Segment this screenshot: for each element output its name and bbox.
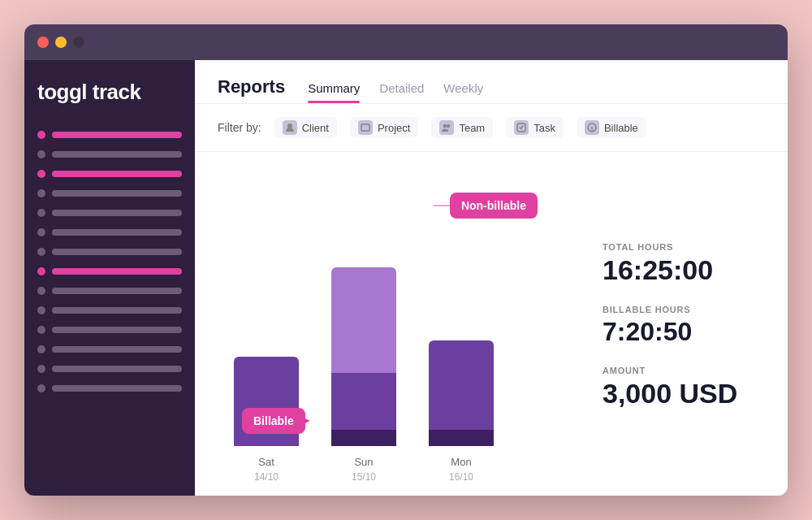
bar-billable-mon bbox=[429, 340, 494, 430]
stats-panel: TOTAL HOURS 16:25:00 BILLABLE HOURS 7:20… bbox=[603, 168, 765, 483]
tab-summary[interactable]: Summary bbox=[308, 81, 360, 103]
list-item[interactable] bbox=[37, 264, 182, 279]
svg-rect-1 bbox=[361, 124, 369, 131]
bar-billable-sun bbox=[331, 373, 396, 430]
list-item[interactable] bbox=[37, 225, 182, 240]
svg-point-2 bbox=[443, 124, 447, 128]
tooltip-nonbillable: Non-billable bbox=[450, 193, 538, 219]
list-item[interactable] bbox=[37, 381, 182, 396]
sidebar-dot bbox=[37, 306, 45, 314]
main-content: toggl track bbox=[24, 60, 788, 496]
list-item[interactable] bbox=[37, 128, 182, 142]
sidebar-dot bbox=[37, 209, 45, 217]
list-item[interactable] bbox=[37, 245, 182, 259]
sidebar-bar bbox=[52, 346, 182, 353]
list-item[interactable] bbox=[37, 362, 182, 376]
sidebar-nav bbox=[37, 128, 182, 396]
sidebar-bar bbox=[52, 249, 182, 255]
bar-date-sun: 15/10 bbox=[352, 471, 376, 483]
filter-bar: Filter by: Client bbox=[195, 104, 788, 152]
billable-hours-value: 7:20:50 bbox=[603, 318, 765, 346]
list-item[interactable] bbox=[37, 206, 182, 220]
project-icon bbox=[358, 120, 373, 135]
amount-value: 3,000 USD bbox=[603, 379, 765, 409]
svg-point-3 bbox=[447, 124, 450, 128]
sidebar-bar bbox=[52, 307, 182, 314]
billable-icon: $ bbox=[585, 120, 599, 135]
tab-weekly[interactable]: Weekly bbox=[443, 81, 483, 103]
bar-day-mon: Mon bbox=[451, 456, 471, 468]
chart-bars: Sat 14/10 Sun 15/10 bbox=[218, 168, 586, 483]
list-item[interactable] bbox=[37, 167, 182, 181]
tab-bar: Summary Detailed Weekly bbox=[308, 81, 483, 103]
header-top: Reports Summary Detailed Weekly bbox=[218, 76, 765, 103]
total-hours-label: TOTAL HOURS bbox=[603, 242, 765, 252]
bar-group-sun: Sun 15/10 bbox=[331, 267, 396, 483]
sidebar-dot bbox=[37, 365, 45, 373]
bar-dark-sun bbox=[331, 430, 396, 446]
tab-detailed[interactable]: Detailed bbox=[379, 81, 424, 103]
amount-label: AMOUNT bbox=[603, 366, 765, 375]
sidebar-dot bbox=[37, 384, 45, 392]
bar-day-sun: Sun bbox=[354, 456, 373, 468]
sidebar-bar bbox=[52, 385, 182, 392]
sidebar-bar bbox=[52, 327, 182, 333]
bar-group-mon: Mon 16/10 bbox=[429, 340, 494, 483]
page-title: Reports bbox=[218, 76, 285, 98]
list-item[interactable] bbox=[37, 186, 182, 201]
sidebar-dot bbox=[37, 267, 45, 275]
filter-billable[interactable]: $ Billable bbox=[577, 117, 646, 138]
close-button[interactable] bbox=[37, 37, 49, 48]
svg-text:$: $ bbox=[590, 126, 594, 132]
sidebar-dot bbox=[37, 170, 45, 178]
list-item[interactable] bbox=[37, 147, 182, 162]
list-item[interactable] bbox=[37, 323, 182, 337]
sidebar-dot bbox=[37, 248, 45, 256]
list-item[interactable] bbox=[37, 284, 182, 298]
stat-billable-hours: BILLABLE HOURS 7:20:50 bbox=[603, 305, 765, 346]
filter-by-label: Filter by: bbox=[218, 121, 261, 134]
maximize-button[interactable] bbox=[73, 37, 84, 48]
stat-total-hours: TOTAL HOURS 16:25:00 bbox=[603, 242, 765, 285]
sidebar-bar bbox=[52, 366, 182, 372]
bar-nonbillable-sun bbox=[331, 267, 396, 373]
app-window: toggl track bbox=[24, 24, 788, 496]
sidebar-dot bbox=[37, 131, 45, 139]
filter-task[interactable]: Task bbox=[506, 117, 564, 138]
filter-project[interactable]: Project bbox=[350, 117, 418, 138]
billable-hours-label: BILLABLE HOURS bbox=[603, 305, 765, 314]
list-item[interactable] bbox=[37, 303, 182, 318]
right-panel: Reports Summary Detailed Weekly bbox=[195, 60, 788, 496]
chart-container: Sat 14/10 Sun 15/10 bbox=[218, 168, 586, 483]
bar-date-mon: 16/10 bbox=[449, 471, 473, 483]
logo-text1: toggl bbox=[37, 80, 87, 104]
sidebar-dot bbox=[37, 345, 45, 353]
minimize-button[interactable] bbox=[55, 37, 67, 48]
sidebar-bar bbox=[52, 190, 182, 197]
bar-dark-mon bbox=[429, 430, 494, 446]
filter-client[interactable]: Client bbox=[274, 117, 337, 138]
sidebar-dot bbox=[37, 326, 45, 334]
panel-header: Reports Summary Detailed Weekly bbox=[195, 60, 788, 104]
filter-team[interactable]: Team bbox=[431, 117, 493, 138]
sidebar: toggl track bbox=[24, 60, 195, 496]
stat-amount: AMOUNT 3,000 USD bbox=[603, 366, 765, 409]
bar-stack-sun bbox=[331, 267, 396, 446]
bar-stack-mon bbox=[429, 340, 494, 446]
chart-area: Sat 14/10 Sun 15/10 bbox=[195, 152, 788, 496]
logo-text2: track bbox=[87, 80, 140, 104]
sidebar-bar bbox=[52, 229, 182, 236]
sidebar-bar bbox=[52, 210, 182, 216]
sidebar-bar bbox=[52, 171, 182, 177]
bar-day-sat: Sat bbox=[258, 456, 274, 468]
sidebar-dot bbox=[37, 189, 45, 197]
bar-date-sat: 14/10 bbox=[254, 471, 279, 483]
client-icon bbox=[283, 120, 297, 135]
sidebar-bar bbox=[52, 151, 182, 158]
titlebar bbox=[24, 24, 788, 60]
total-hours-value: 16:25:00 bbox=[603, 255, 765, 285]
sidebar-bar bbox=[52, 132, 182, 138]
task-icon bbox=[514, 120, 529, 135]
list-item[interactable] bbox=[37, 342, 182, 357]
logo: toggl track bbox=[37, 80, 182, 105]
